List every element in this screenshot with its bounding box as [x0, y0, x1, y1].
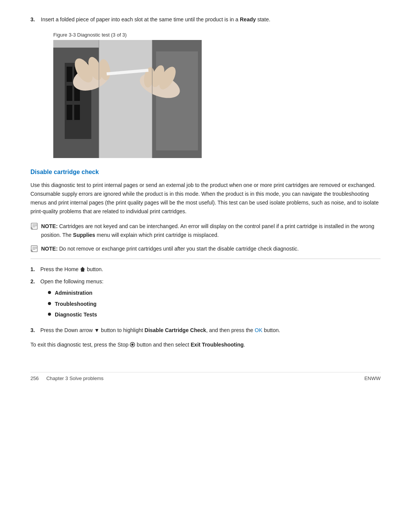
svg-rect-8	[67, 105, 72, 120]
footer-left: 256 Chapter 3 Solve problems	[30, 375, 104, 381]
ok-link[interactable]: OK	[255, 327, 262, 333]
note-block-2: ✎ NOTE: Do not remove or exchange print …	[30, 244, 381, 253]
note-text-1: NOTE: Cartridges are not keyed and can b…	[41, 222, 381, 239]
numbered-steps: 1. Press the Home button. 2. Open the fo…	[30, 265, 381, 334]
exit-bold: Exit Troubleshooting	[191, 342, 244, 348]
exit-text-before: To exit this diagnostic test, press the …	[30, 342, 130, 348]
bullet-label-1: Administration	[55, 289, 92, 297]
note1-text2: menu will explain which print cartridge …	[95, 232, 218, 238]
footer-chapter: Chapter 3 Solve problems	[46, 375, 104, 381]
bullet-item-3: Diagnostic Tests	[48, 310, 104, 319]
separator	[30, 259, 381, 259]
bullet-item-1: Administration	[48, 289, 104, 297]
down-arrow-icon: ▼	[94, 327, 100, 333]
note-icon-1: ✎	[30, 222, 39, 230]
svg-text:✎: ✎	[30, 249, 33, 253]
footer-page: 256	[30, 375, 39, 381]
exit-paragraph: To exit this diagnostic test, press the …	[30, 340, 381, 349]
svg-marker-34	[80, 267, 85, 272]
figure-caption: Figure 3-3 Diagnostic test (3 of 3)	[53, 32, 381, 38]
bullet-item-2: Troubleshooting	[48, 300, 104, 308]
step3-intro: 3. Insert a folded piece of paper into e…	[30, 15, 381, 24]
note-label-2: NOTE:	[41, 246, 58, 252]
note-text-2: NOTE: Do not remove or exchange print ca…	[41, 244, 381, 253]
bullet-dot-2	[48, 302, 51, 305]
svg-rect-6	[67, 86, 72, 101]
page-footer: 256 Chapter 3 Solve problems ENWW	[30, 372, 381, 381]
step-2-num: 2.	[30, 277, 37, 322]
svg-text:✎: ✎	[30, 227, 33, 230]
step-3: 3. Press the Down arrow ▼ button to high…	[30, 326, 381, 334]
note-icon-2: ✎	[30, 244, 39, 253]
bullet-dot-1	[48, 291, 51, 294]
bullet-label-3: Diagnostic Tests	[55, 310, 97, 319]
figure-label: Figure 3-3 Diagnostic test (3 of 3)	[53, 32, 127, 38]
figure-image	[53, 40, 202, 158]
figure-image-svg	[53, 40, 202, 158]
section-heading: Disable cartridge check	[30, 169, 381, 176]
svg-rect-4	[67, 67, 72, 82]
svg-point-36	[131, 343, 134, 346]
ready-bold: Ready	[240, 16, 256, 22]
step-number: 3.	[30, 16, 35, 22]
figure-label-text: Diagnostic test (3 of 3)	[76, 32, 127, 38]
body-paragraph-1: Use this diagnostic test to print intern…	[30, 181, 381, 216]
step3-text: Insert a folded piece of paper into each…	[41, 16, 240, 22]
home-icon	[80, 267, 85, 272]
stop-icon	[130, 342, 135, 347]
svg-rect-9	[74, 105, 80, 120]
exit-text-after: .	[244, 342, 245, 348]
step3-suffix: state.	[256, 16, 270, 22]
bullet-label-2: Troubleshooting	[55, 300, 97, 308]
note2-body: Do not remove or exchange print cartridg…	[59, 246, 299, 252]
step-2: 2. Open the following menus: Administrat…	[30, 277, 381, 322]
step-1: 1. Press the Home button.	[30, 265, 381, 273]
footer-right: ENWW	[364, 375, 381, 381]
exit-text-middle: button and then select	[137, 342, 191, 348]
bullet-list: Administration Troubleshooting Diagnosti…	[48, 289, 104, 319]
bullet-dot-3	[48, 313, 51, 316]
step-1-content: Press the Home button.	[40, 265, 103, 273]
svg-rect-12	[99, 40, 152, 158]
note1-bold: Supplies	[73, 232, 95, 238]
disable-cartridge-bold: Disable Cartridge Check	[145, 327, 206, 333]
step-1-num: 1.	[30, 265, 37, 273]
step-3-content: Press the Down arrow ▼ button to highlig…	[40, 326, 280, 334]
step-2-content: Open the following menus: Administration…	[40, 277, 104, 322]
step-3-num: 3.	[30, 326, 37, 334]
note-block-1: ✎ NOTE: Cartridges are not keyed and can…	[30, 222, 381, 239]
note-label-1: NOTE:	[41, 223, 58, 229]
